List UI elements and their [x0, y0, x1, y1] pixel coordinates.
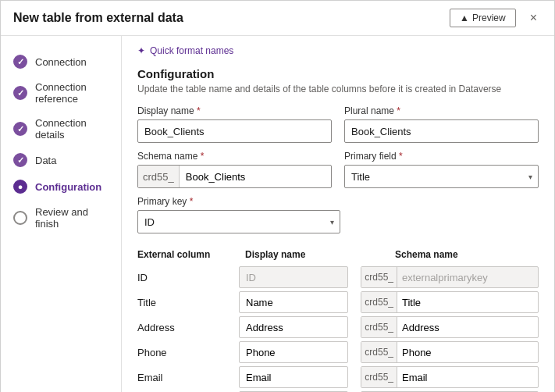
quick-format-bar[interactable]: ✦ Quick format names — [137, 45, 539, 56]
sidebar-item-review-finish[interactable]: Review and finish — [1, 200, 121, 236]
step-circle-data: ✓ — [13, 153, 27, 167]
sidebar-item-connection[interactable]: ✓ Connection — [1, 48, 121, 75]
schema-cell-input[interactable] — [397, 344, 538, 362]
display-name-cell-input[interactable] — [239, 366, 348, 388]
schema-cell-wrap: crd55_ — [361, 341, 539, 363]
schema-cell-wrap: crd55_ — [361, 266, 539, 288]
primary-field-select-wrap: Title ▾ — [344, 165, 539, 188]
disp-col-val — [239, 291, 354, 313]
col-header-external: External column — [137, 246, 239, 263]
schema-cell-input[interactable] — [397, 319, 538, 337]
schema-col-val: crd55_ — [354, 366, 539, 388]
step-circle-review-finish — [13, 211, 27, 225]
ext-col-val: ID — [137, 269, 239, 286]
table-row: ID crd55_ — [137, 266, 539, 288]
section-title: Configuration — [137, 67, 539, 80]
table-row: Phone crd55_ — [137, 341, 539, 363]
disp-col-val — [239, 366, 354, 388]
schema-cell-prefix: crd55_ — [361, 342, 397, 362]
main-content: ✦ Quick format names Configuration Updat… — [122, 36, 554, 392]
disp-col-val — [239, 316, 354, 338]
schema-cell-input — [397, 269, 538, 287]
quick-format-icon: ✦ — [137, 45, 145, 56]
preview-button[interactable]: ▲ Preview — [450, 9, 516, 27]
ext-col-val: Address — [137, 319, 239, 336]
plural-name-label: Plural name — [344, 105, 539, 116]
ext-col-val: Title — [137, 294, 239, 311]
primary-field-label: Primary field — [344, 151, 539, 162]
primary-key-select[interactable]: ID — [137, 210, 340, 233]
display-name-cell-input[interactable] — [239, 291, 348, 313]
primary-key-label: Primary key — [137, 196, 340, 207]
sidebar-item-data[interactable]: ✓ Data — [1, 147, 121, 173]
display-name-label: Display name — [137, 105, 332, 116]
preview-icon: ▲ — [460, 12, 469, 23]
schema-name-group: Schema name crd55_ — [137, 151, 332, 188]
sidebar-item-connection-details[interactable]: ✓ Connection details — [1, 111, 121, 147]
display-name-cell-input — [239, 266, 348, 288]
schema-name-input[interactable] — [180, 167, 331, 187]
table-row: Title crd55_ — [137, 291, 539, 313]
section-description: Update the table name and details of the… — [137, 84, 539, 94]
dialog-header: New table from external data ▲ Preview × — [1, 1, 554, 36]
schema-cell-wrap: crd55_ — [361, 291, 539, 313]
col-header-schema: Schema name — [389, 246, 539, 263]
step-circle-connection: ✓ — [13, 55, 27, 69]
plural-name-group: Plural name — [344, 105, 539, 143]
form-row-primary-key: Primary key ID ▾ — [137, 196, 539, 233]
sidebar-item-configuration[interactable]: ● Configuration — [1, 173, 121, 200]
schema-cell-prefix: crd55_ — [361, 367, 397, 387]
schema-name-input-wrap: crd55_ — [137, 165, 332, 188]
step-circle-connection-details: ✓ — [13, 122, 27, 136]
display-name-cell-input[interactable] — [239, 316, 348, 338]
ext-col-val: Email — [137, 369, 239, 386]
table-row: Email crd55_ — [137, 366, 539, 388]
primary-key-group: Primary key ID ▾ — [137, 196, 340, 233]
dialog-title: New table from external data — [13, 11, 183, 25]
dialog-body: ✓ Connection ✓ Connection reference ✓ Co… — [1, 36, 554, 392]
disp-col-val — [239, 341, 354, 363]
schema-col-val: crd55_ — [354, 316, 539, 338]
primary-key-select-wrap: ID ▾ — [137, 210, 340, 233]
table-row: Address crd55_ — [137, 316, 539, 338]
schema-cell-prefix: crd55_ — [361, 292, 397, 312]
disp-col-val — [239, 266, 354, 288]
plural-name-input[interactable] — [344, 119, 539, 143]
primary-field-select[interactable]: Title — [344, 165, 539, 188]
step-circle-configuration: ● — [13, 180, 27, 194]
display-name-input[interactable] — [137, 119, 332, 143]
schema-cell-wrap: crd55_ — [361, 366, 539, 388]
schema-name-prefix: crd55_ — [138, 166, 180, 187]
step-circle-connection-reference: ✓ — [13, 86, 27, 100]
schema-cell-input[interactable] — [397, 369, 538, 387]
columns-rows: ID crd55_ Title crd55_ Add — [137, 266, 539, 392]
schema-col-val: crd55_ — [354, 341, 539, 363]
schema-col-val: crd55_ — [354, 266, 539, 288]
sidebar: ✓ Connection ✓ Connection reference ✓ Co… — [1, 36, 122, 392]
display-name-group: Display name — [137, 105, 332, 143]
schema-col-val: crd55_ — [354, 291, 539, 313]
form-row-names: Display name Plural name — [137, 105, 539, 143]
form-row-schema-primary: Schema name crd55_ Primary field Title ▾ — [137, 151, 539, 188]
schema-cell-prefix: crd55_ — [361, 317, 397, 337]
ext-col-val: Phone — [137, 344, 239, 361]
columns-header: External column Display name Schema name — [137, 246, 539, 266]
schema-name-label: Schema name — [137, 151, 332, 162]
schema-cell-wrap: crd55_ — [361, 316, 539, 338]
schema-cell-input[interactable] — [397, 294, 538, 312]
col-header-display: Display name — [239, 246, 389, 263]
schema-cell-prefix: crd55_ — [361, 267, 397, 287]
new-table-dialog: New table from external data ▲ Preview ×… — [0, 0, 555, 392]
close-button[interactable]: × — [525, 9, 542, 27]
header-actions: ▲ Preview × — [450, 9, 542, 27]
primary-field-group: Primary field Title ▾ — [344, 151, 539, 188]
sidebar-item-connection-reference[interactable]: ✓ Connection reference — [1, 75, 121, 111]
columns-table: External column Display name Schema name… — [137, 246, 539, 392]
display-name-cell-input[interactable] — [239, 341, 348, 363]
